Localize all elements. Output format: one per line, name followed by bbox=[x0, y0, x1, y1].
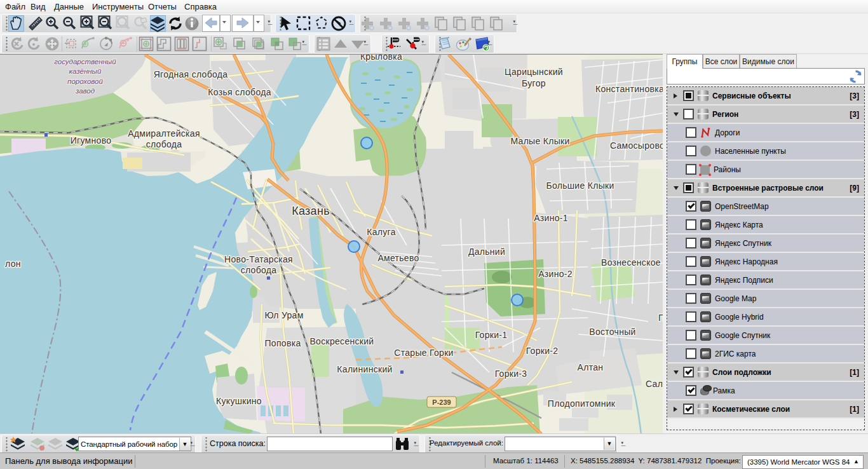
svg-text:Адмиралтейская: Адмиралтейская bbox=[128, 128, 200, 139]
svg-text:Р-239: Р-239 bbox=[432, 398, 451, 406]
svg-text:Калуга: Калуга bbox=[367, 227, 396, 237]
svg-text:Ягодная слобода: Ягодная слобода bbox=[154, 69, 228, 79]
svg-text:Воскресенский: Воскресенский bbox=[309, 336, 374, 346]
svg-text:Самосырово: Самосырово bbox=[610, 140, 663, 151]
svg-text:Аметьево: Аметьево bbox=[377, 253, 419, 263]
svg-text:Крыловка: Крыловка bbox=[360, 55, 402, 62]
svg-text:Алтан: Алтан bbox=[578, 362, 604, 372]
svg-text:Старые Горки: Старые Горки bbox=[394, 348, 453, 358]
svg-text:Юл Урам: Юл Урам bbox=[264, 310, 303, 320]
svg-text:Дальний: Дальний bbox=[468, 247, 505, 257]
svg-text:Бугор: Бугор bbox=[522, 78, 546, 88]
svg-text:Кукушкино: Кукушкино bbox=[216, 396, 262, 406]
svg-text:Малые Клыки: Малые Клыки bbox=[510, 136, 569, 146]
svg-text:государственный: государственный bbox=[54, 58, 116, 65]
svg-text:Ново-Татарская: Ново-Татарская bbox=[224, 254, 293, 264]
svg-text:Калининский: Калининский bbox=[337, 364, 392, 374]
svg-text:Восточный: Восточный bbox=[589, 327, 635, 337]
svg-text:Поповка: Поповка bbox=[265, 338, 301, 348]
svg-text:П: П bbox=[658, 313, 663, 323]
svg-text:Казань: Казань bbox=[292, 205, 330, 217]
svg-text:Салм: Салм bbox=[646, 379, 663, 389]
svg-text:Большие Клыки: Большие Клыки bbox=[546, 180, 614, 191]
svg-text:пороховой: пороховой bbox=[67, 78, 103, 85]
svg-text:слобода: слобода bbox=[241, 265, 277, 275]
svg-text:завод: завод bbox=[75, 87, 95, 95]
svg-text:казённый: казённый bbox=[69, 67, 102, 75]
svg-text:лон: лон bbox=[5, 259, 21, 269]
svg-text:слобода: слобода bbox=[146, 139, 182, 149]
svg-text:Горки-3: Горки-3 bbox=[495, 369, 527, 379]
svg-text:Азино-1: Азино-1 bbox=[534, 213, 568, 223]
svg-text:Азино-2: Азино-2 bbox=[538, 269, 573, 279]
svg-text:Козья слобода: Козья слобода bbox=[208, 87, 271, 97]
svg-text:Царицынский: Царицынский bbox=[505, 67, 563, 77]
svg-text:Горки-1: Горки-1 bbox=[475, 330, 508, 340]
svg-text:Горки-2: Горки-2 bbox=[526, 346, 559, 356]
svg-text:Плодопитомник: Плодопитомник bbox=[548, 398, 616, 409]
svg-text:Константиновка: Константиновка bbox=[595, 84, 663, 94]
svg-text:Игумново: Игумново bbox=[71, 135, 112, 146]
svg-text:Вознесенское: Вознесенское bbox=[601, 257, 661, 268]
